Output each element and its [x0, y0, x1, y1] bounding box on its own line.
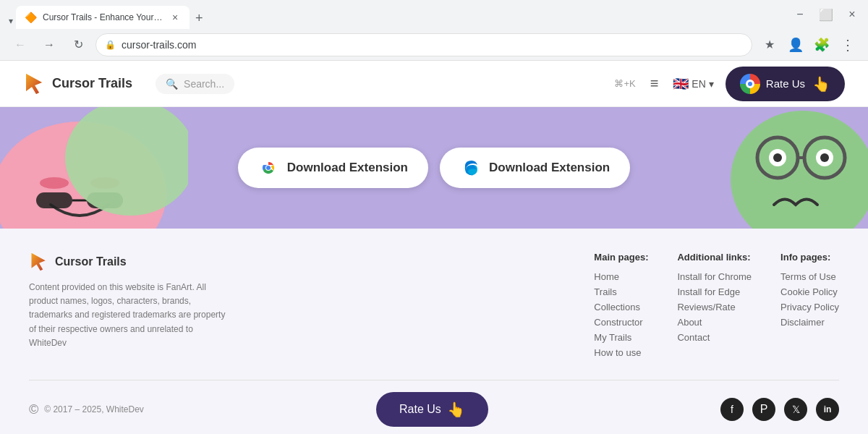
footer-description: Content provided on this website is FanA… [29, 281, 231, 350]
search-placeholder: Search... [184, 78, 224, 90]
language-selector[interactable]: 🇬🇧 EN ▾ [673, 76, 713, 92]
footer-link-install-edge[interactable]: Install for Edge [677, 286, 752, 297]
tab-close-button[interactable]: × [169, 12, 181, 23]
download-chrome-button[interactable]: Download Extension [238, 148, 428, 188]
svg-point-19 [266, 166, 271, 170]
additional-links-heading: Additional links: [677, 252, 752, 263]
footer-link-contact[interactable]: Contact [677, 332, 752, 343]
extensions-button[interactable]: 🧩 [810, 33, 833, 56]
flag-icon: 🇬🇧 [673, 76, 689, 92]
search-icon: 🔍 [166, 78, 178, 90]
linkedin-icon[interactable]: in [816, 398, 839, 421]
lock-icon: 🔒 [105, 40, 116, 50]
blob-right-character [723, 107, 868, 229]
site-logo[interactable]: Cursor Trails [23, 72, 132, 95]
svg-point-3 [40, 177, 69, 189]
footer-link-cookie[interactable]: Cookie Policy [780, 286, 839, 297]
keyboard-shortcut: ⌘+K [614, 78, 635, 89]
footer-link-home[interactable]: Home [594, 271, 648, 282]
browser-titlebar: ▾ 🔶 Cursor Trails - Enhance Your Ch × + … [0, 0, 868, 29]
search-bar[interactable]: 🔍 Search... [156, 74, 234, 94]
footer-link-constructor[interactable]: Constructor [594, 317, 648, 328]
edge-browser-icon [460, 158, 480, 178]
tab-dropdown[interactable]: ▾ [6, 13, 16, 29]
svg-point-9 [731, 111, 868, 229]
active-tab[interactable]: 🔶 Cursor Trails - Enhance Your Ch × [16, 6, 190, 29]
footer-info-pages: Info pages: Terms of Use Cookie Policy P… [780, 252, 839, 362]
footer-link-trails[interactable]: Trails [594, 286, 648, 297]
facebook-icon[interactable]: f [720, 398, 744, 421]
social-icons: f P 𝕏 in [720, 398, 839, 421]
cursor-hand-footer-icon: 👆 [447, 401, 465, 418]
footer-link-how-to-use[interactable]: How to use [594, 347, 648, 358]
copyright-icon: © [29, 402, 38, 417]
tab-title: Cursor Trails - Enhance Your Ch [43, 12, 163, 22]
footer-logo-text: Cursor Trails [55, 255, 127, 268]
footer-main-pages: Main pages: Home Trails Collections Cons… [594, 252, 648, 362]
download-edge-button[interactable]: Download Extension [440, 148, 630, 188]
tab-favicon: 🔶 [25, 12, 37, 23]
site-header: Cursor Trails 🔍 Search... ⌘+K ≡ 🇬🇧 EN ▾ … [0, 61, 868, 107]
rate-us-header-button[interactable]: Rate Us 👆 [726, 67, 845, 101]
rate-us-header-label: Rate Us [766, 77, 805, 90]
footer-link-disclaimer[interactable]: Disclaimer [780, 317, 839, 328]
svg-rect-5 [36, 192, 72, 208]
address-text: cursor-trails.com [122, 39, 196, 51]
footer-top: Cursor Trails Content provided on this w… [29, 252, 839, 362]
logo-icon [23, 72, 46, 95]
window-controls: − ⬜ × [790, 4, 862, 25]
bookmark-button[interactable]: ★ [758, 33, 781, 56]
rate-us-footer-button[interactable]: Rate Us 👆 [376, 392, 488, 427]
logo-text: Cursor Trails [52, 76, 132, 91]
address-bar[interactable]: 🔒 cursor-trails.com [95, 33, 752, 56]
close-window-button[interactable]: × [842, 4, 862, 25]
svg-marker-21 [32, 253, 46, 271]
footer-logo: Cursor Trails [29, 252, 231, 272]
profile-button[interactable]: 👤 [784, 33, 807, 56]
page-content: Cursor Trails 🔍 Search... ⌘+K ≡ 🇬🇧 EN ▾ … [0, 61, 868, 434]
hero-banner: Download Extension Download Extension [0, 107, 868, 229]
reload-button[interactable]: ↻ [67, 33, 90, 56]
rate-us-footer-label: Rate Us [399, 403, 441, 416]
footer-link-install-chrome[interactable]: Install for Chrome [677, 271, 752, 282]
new-tab-button[interactable]: + [190, 8, 209, 29]
toolbar-actions: ★ 👤 🧩 ⋮ [758, 33, 859, 56]
footer-link-my-trails[interactable]: My Trails [594, 332, 648, 343]
blob-left-character [0, 107, 188, 229]
footer-link-terms[interactable]: Terms of Use [780, 271, 839, 282]
forward-button[interactable]: → [38, 33, 61, 56]
chrome-icon [740, 74, 760, 94]
footer-link-collections[interactable]: Collections [594, 302, 648, 312]
site-footer: Cursor Trails Content provided on this w… [0, 229, 868, 434]
footer-logo-icon [29, 252, 49, 272]
footer-additional-links: Additional links: Install for Chrome Ins… [677, 252, 752, 362]
footer-link-reviews[interactable]: Reviews/Rate [677, 302, 752, 312]
back-button[interactable]: ← [9, 33, 32, 56]
footer-link-about[interactable]: About [677, 317, 752, 328]
copyright: © © 2017 – 2025, WhiteDev [29, 402, 144, 417]
chrome-browser-icon [258, 158, 278, 178]
maximize-button[interactable]: ⬜ [816, 4, 836, 25]
browser-frame: ▾ 🔶 Cursor Trails - Enhance Your Ch × + … [0, 0, 868, 434]
cursor-hand-icon: 👆 [812, 75, 830, 93]
svg-point-16 [820, 153, 829, 162]
twitter-icon[interactable]: 𝕏 [784, 398, 807, 421]
hamburger-menu-button[interactable]: ≡ [647, 72, 662, 95]
main-pages-heading: Main pages: [594, 252, 648, 263]
download-chrome-label: Download Extension [287, 161, 408, 175]
svg-marker-1 [26, 74, 42, 94]
footer-link-privacy[interactable]: Privacy Policy [780, 302, 839, 312]
chevron-down-icon: ▾ [709, 78, 714, 90]
copyright-text: © 2017 – 2025, WhiteDev [44, 404, 144, 414]
tab-bar: ▾ 🔶 Cursor Trails - Enhance Your Ch × + [6, 0, 787, 29]
browser-toolbar: ← → ↻ 🔒 cursor-trails.com ★ 👤 🧩 ⋮ [0, 29, 868, 61]
more-menu-button[interactable]: ⋮ [836, 33, 859, 56]
download-edge-label: Download Extension [489, 161, 610, 175]
language-label: EN [692, 78, 705, 90]
pinterest-icon[interactable]: P [752, 398, 775, 421]
footer-bottom: © © 2017 – 2025, WhiteDev Rate Us 👆 f P … [29, 380, 839, 427]
hero-buttons: Download Extension Download Extension [238, 148, 630, 188]
svg-point-14 [773, 153, 782, 162]
minimize-button[interactable]: − [790, 4, 810, 25]
info-pages-heading: Info pages: [780, 252, 839, 263]
